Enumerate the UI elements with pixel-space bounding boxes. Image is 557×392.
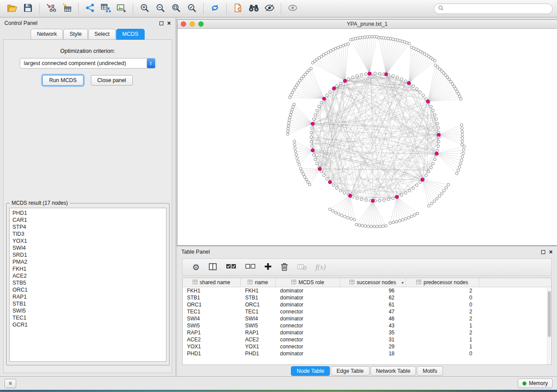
- network-node[interactable]: [368, 72, 371, 76]
- network-node[interactable]: [398, 220, 401, 222]
- network-node[interactable]: [329, 91, 331, 93]
- table-row[interactable]: RAP1RAP1dominator352: [183, 329, 551, 336]
- network-node[interactable]: [293, 103, 295, 106]
- network-node[interactable]: [288, 119, 291, 121]
- column-header[interactable]: shared name: [183, 278, 241, 287]
- zoom-fit-button[interactable]: [168, 2, 184, 16]
- network-node[interactable]: [405, 217, 407, 220]
- network-node[interactable]: [316, 109, 318, 112]
- tab-style[interactable]: Style: [63, 29, 88, 40]
- list-item[interactable]: RAP1: [13, 293, 163, 300]
- network-node[interactable]: [365, 72, 367, 75]
- choose-columns-button[interactable]: [208, 263, 217, 272]
- network-node[interactable]: [400, 194, 403, 196]
- import-network-table-button[interactable]: [98, 2, 114, 16]
- network-node[interactable]: [437, 145, 439, 148]
- network-canvas[interactable]: [177, 29, 557, 245]
- table-row[interactable]: SWI5SWI5connector431: [183, 322, 551, 329]
- import-network-button[interactable]: [43, 2, 59, 16]
- close-window-icon[interactable]: [181, 21, 186, 27]
- network-node[interactable]: [332, 184, 335, 186]
- network-node[interactable]: [310, 140, 313, 143]
- network-node[interactable]: [294, 147, 296, 149]
- network-node[interactable]: [353, 218, 356, 221]
- network-node[interactable]: [437, 127, 439, 129]
- network-node[interactable]: [356, 197, 358, 199]
- list-item[interactable]: PMA2: [13, 258, 163, 265]
- network-node[interactable]: [453, 85, 455, 88]
- network-node[interactable]: [339, 189, 342, 192]
- network-node[interactable]: [396, 76, 398, 79]
- network-node[interactable]: [298, 163, 301, 166]
- open-folder-button[interactable]: [4, 2, 20, 16]
- network-node[interactable]: [419, 91, 422, 93]
- network-node[interactable]: [440, 192, 443, 195]
- network-node[interactable]: [360, 73, 363, 76]
- network-node[interactable]: [404, 192, 407, 194]
- list-item[interactable]: FKH1: [13, 265, 163, 272]
- network-node[interactable]: [343, 192, 346, 194]
- network-node[interactable]: [416, 212, 419, 215]
- column-header[interactable]: name: [241, 278, 276, 287]
- network-node[interactable]: [412, 85, 415, 87]
- maximize-window-icon[interactable]: [198, 21, 204, 27]
- table-row[interactable]: FKH1FKH1dominator962: [183, 287, 551, 294]
- network-node[interactable]: [376, 225, 378, 228]
- zoom-out-button[interactable]: [152, 2, 168, 16]
- network-node[interactable]: [332, 210, 334, 212]
- table-settings-button[interactable]: ⚙: [192, 260, 200, 274]
- network-node[interactable]: [311, 127, 313, 129]
- network-node[interactable]: [461, 143, 464, 146]
- network-node[interactable]: [292, 106, 294, 108]
- table-row[interactable]: STB1STB1dominator620: [183, 294, 551, 301]
- network-node[interactable]: [445, 186, 448, 189]
- network-node[interactable]: [461, 130, 464, 133]
- network-node[interactable]: [458, 165, 461, 168]
- deselect-all-button[interactable]: [245, 263, 256, 272]
- list-item[interactable]: PHD1: [13, 210, 163, 217]
- network-node[interactable]: [314, 158, 317, 161]
- network-node[interactable]: [410, 46, 413, 48]
- list-item[interactable]: GCR1: [13, 321, 163, 328]
- network-node[interactable]: [443, 189, 446, 192]
- network-node[interactable]: [301, 170, 303, 173]
- network-node[interactable]: [410, 215, 413, 218]
- network-node[interactable]: [384, 72, 388, 76]
- tab-edge-table[interactable]: Edge Table: [331, 366, 369, 376]
- network-node[interactable]: [462, 152, 464, 155]
- network-node[interactable]: [383, 199, 385, 201]
- network-node[interactable]: [407, 81, 411, 85]
- delete-column-button[interactable]: [280, 262, 288, 272]
- network-node[interactable]: [303, 175, 306, 178]
- table-row[interactable]: SWI4SWI4dominator462: [183, 315, 551, 322]
- network-node[interactable]: [458, 95, 461, 98]
- network-node[interactable]: [415, 88, 418, 90]
- network-node[interactable]: [389, 222, 391, 224]
- network-node[interactable]: [419, 181, 422, 183]
- network-node[interactable]: [342, 44, 344, 47]
- network-node[interactable]: [308, 183, 311, 186]
- network-node[interactable]: [329, 208, 331, 210]
- network-node[interactable]: [433, 158, 436, 161]
- network-node[interactable]: [392, 197, 394, 199]
- network-node[interactable]: [422, 94, 425, 96]
- network-node[interactable]: [413, 213, 416, 216]
- save-button[interactable]: [20, 2, 36, 16]
- network-node[interactable]: [358, 224, 360, 227]
- network-node[interactable]: [287, 127, 289, 130]
- network-node[interactable]: [459, 162, 462, 165]
- new-network-button[interactable]: [82, 2, 98, 16]
- table-row[interactable]: ORC1ORC1dominator610: [183, 301, 551, 308]
- network-node[interactable]: [430, 202, 433, 205]
- network-node[interactable]: [378, 199, 381, 202]
- network-node[interactable]: [312, 154, 315, 156]
- network-node[interactable]: [287, 124, 290, 127]
- network-node[interactable]: [332, 86, 336, 90]
- network-node[interactable]: [322, 97, 326, 100]
- list-item[interactable]: STB5: [13, 279, 163, 286]
- network-node[interactable]: [347, 217, 349, 219]
- network-node[interactable]: [290, 111, 293, 113]
- zoom-in-button[interactable]: [137, 2, 152, 16]
- network-node[interactable]: [460, 159, 463, 162]
- network-node[interactable]: [461, 155, 464, 158]
